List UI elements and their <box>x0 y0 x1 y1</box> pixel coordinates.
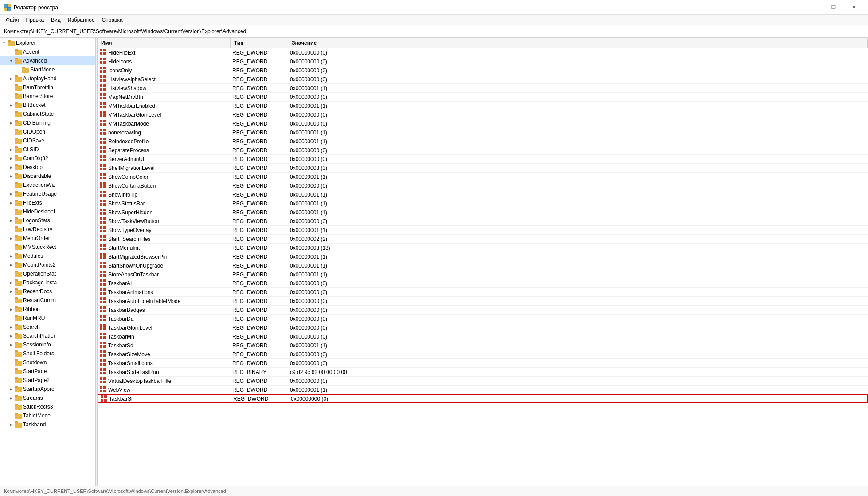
table-row[interactable]: HideFileExtREG_DWORD0x00000000 (0) <box>98 48 868 57</box>
tree-item-cabinetstate[interactable]: CabinetState <box>0 110 95 118</box>
table-row[interactable]: ShowSuperHiddenREG_DWORD0x00000001 (1) <box>98 208 868 217</box>
table-row[interactable]: TaskbarSdREG_DWORD0x00000001 (1) <box>98 341 868 350</box>
tree-item-menuorder[interactable]: ▶MenuOrder <box>0 234 95 243</box>
table-row[interactable]: TaskbarSiREG_DWORD0x00000000 (0) <box>98 394 868 403</box>
col-header-name[interactable]: Имя <box>98 38 231 48</box>
table-row[interactable]: IconsOnlyREG_DWORD0x00000000 (0) <box>98 66 868 75</box>
table-row[interactable]: nonetcrawlingREG_DWORD0x00000001 (1) <box>98 128 868 137</box>
table-row[interactable]: MapNetDrvBtnREG_DWORD0x00000000 (0) <box>98 93 868 102</box>
table-row[interactable]: MMTaskbarModeREG_DWORD0x00000000 (0) <box>98 119 868 128</box>
tree-panel[interactable]: ▼ExplorerAccent▼AdvancedStartMode▶Autopl… <box>0 38 96 486</box>
tree-expander[interactable]: ▶ <box>8 174 15 178</box>
tree-item-recentdocs[interactable]: ▶RecentDocs <box>0 287 95 296</box>
tree-expander[interactable]: ▶ <box>8 387 15 391</box>
tree-expander[interactable]: ▶ <box>8 219 15 223</box>
col-header-value[interactable]: Значение <box>288 38 868 48</box>
table-row[interactable]: TaskbarSizeMoveREG_DWORD0x00000000 (0) <box>98 350 868 359</box>
table-row[interactable]: StartMigratedBrowserPinREG_DWORD0x000000… <box>98 252 868 261</box>
tree-item-featureusage[interactable]: ▶FeatureUsage <box>0 189 95 198</box>
table-row[interactable]: ListviewAlphaSelectREG_DWORD0x00000000 (… <box>98 75 868 84</box>
table-row[interactable]: WebViewREG_DWORD0x00000001 (1) <box>98 386 868 394</box>
tree-item-bannerstore[interactable]: BannerStore <box>0 92 95 101</box>
tree-item-mountpoints2[interactable]: ▶MountPoints2 <box>0 260 95 269</box>
table-row[interactable]: SeparateProcessREG_DWORD0x00000000 (0) <box>98 146 868 155</box>
minimize-button[interactable]: ─ <box>803 0 823 15</box>
tree-item-startupappro[interactable]: ▶StartupAppro <box>0 385 95 394</box>
tree-item-shell-folders[interactable]: Shell Folders <box>0 349 95 358</box>
table-row[interactable]: ShellMigrationLevelREG_DWORD0x00000003 (… <box>98 164 868 173</box>
tree-expander[interactable]: ▼ <box>0 41 8 45</box>
tree-item-cidopen[interactable]: CIDOpen <box>0 127 95 136</box>
table-row[interactable]: ServerAdminUIREG_DWORD0x00000000 (0) <box>98 155 868 164</box>
table-row[interactable]: TaskbarAnimationsREG_DWORD0x00000000 (0) <box>98 288 868 297</box>
tree-item-runmru[interactable]: RunMRU <box>0 314 95 323</box>
tree-item-sessioninfo[interactable]: ▶SessionInfo <box>0 340 95 349</box>
tree-item-bamthrottlin[interactable]: BamThrottlin <box>0 83 95 92</box>
tree-item-clsid[interactable]: ▶CLSID <box>0 145 95 154</box>
menu-favorites[interactable]: Избранное <box>64 16 98 24</box>
tree-item-startmode[interactable]: StartMode <box>0 65 95 74</box>
tree-expander[interactable]: ▶ <box>8 201 15 205</box>
table-row[interactable]: ReindexedProfileREG_DWORD0x00000001 (1) <box>98 137 868 146</box>
table-row[interactable]: TaskbarMnREG_DWORD0x00000000 (0) <box>98 332 868 341</box>
tree-item-stuckrects3[interactable]: StuckRects3 <box>0 402 95 411</box>
table-row[interactable]: HideIconsREG_DWORD0x00000000 (0) <box>98 57 868 66</box>
tree-expander[interactable]: ▶ <box>8 254 15 258</box>
table-row[interactable]: StoreAppsOnTaskbarREG_DWORD0x00000001 (1… <box>98 270 868 279</box>
tree-item-cidsave[interactable]: CIDSave <box>0 136 95 145</box>
table-row[interactable]: ListviewShadowREG_DWORD0x00000001 (1) <box>98 84 868 93</box>
table-row[interactable]: TaskbarSmallIconsREG_DWORD0x00000000 (0) <box>98 359 868 368</box>
tree-item-explorer[interactable]: ▼Explorer <box>0 39 95 47</box>
tree-item-ribbon[interactable]: ▶Ribbon <box>0 305 95 314</box>
maximize-button[interactable]: ❐ <box>823 0 844 15</box>
tree-expander[interactable]: ▶ <box>8 281 15 285</box>
menu-view[interactable]: Вид <box>47 16 64 24</box>
table-row[interactable]: TaskbarAIREG_DWORD0x00000000 (0) <box>98 279 868 288</box>
tree-item-modules[interactable]: ▶Modules <box>0 252 95 260</box>
tree-item-operationstat[interactable]: OperationStat <box>0 269 95 278</box>
col-header-type[interactable]: Тип <box>231 38 288 48</box>
table-row[interactable]: StartMenuInitREG_DWORD0x0000000d (13) <box>98 244 868 252</box>
tree-expander[interactable]: ▶ <box>8 423 15 427</box>
tree-item-shutdown[interactable]: Shutdown <box>0 358 95 367</box>
tree-item-desktop[interactable]: ▶Desktop <box>0 163 95 172</box>
tree-item-accent[interactable]: Accent <box>0 47 95 56</box>
table-row[interactable]: MMTaskbarGlomLevelREG_DWORD0x00000000 (0… <box>98 110 868 119</box>
table-row[interactable]: ShowCortanaButtonREG_DWORD0x00000000 (0) <box>98 181 868 190</box>
table-row[interactable]: TaskbarGlomLevelREG_DWORD0x00000000 (0) <box>98 323 868 332</box>
table-row[interactable]: TaskbarStateLastRunREG_BINARYc9 d2 9c 62… <box>98 368 868 377</box>
tree-item-fileexts[interactable]: ▶FileExts <box>0 198 95 207</box>
tree-expander[interactable]: ▶ <box>8 343 15 347</box>
tree-expander[interactable]: ▶ <box>8 192 15 196</box>
tree-item-tabletmode[interactable]: TabletMode <box>0 411 95 420</box>
tree-expander[interactable]: ▶ <box>8 396 15 400</box>
table-row[interactable]: TaskbarDaREG_DWORD0x00000000 (0) <box>98 315 868 323</box>
tree-item-bitbucket[interactable]: ▶BitBucket <box>0 101 95 110</box>
tree-item-startpage[interactable]: StartPage <box>0 367 95 376</box>
table-row[interactable]: TaskbarBadgesREG_DWORD0x00000000 (0) <box>98 306 868 315</box>
tree-item-taskband[interactable]: ▶Taskband <box>0 420 95 429</box>
tree-item-advanced[interactable]: ▼Advanced <box>0 56 95 65</box>
table-row[interactable]: ShowStatusBarREG_DWORD0x00000001 (1) <box>98 199 868 208</box>
tree-item-autoplayhand[interactable]: ▶AutoplayHand <box>0 74 95 83</box>
tree-expander[interactable]: ▶ <box>8 307 15 311</box>
table-row[interactable]: StartShownOnUpgradeREG_DWORD0x00000001 (… <box>98 261 868 270</box>
tree-item-startpage2[interactable]: StartPage2 <box>0 376 95 385</box>
tree-expander[interactable]: ▶ <box>8 165 15 169</box>
table-row[interactable]: ShowTypeOverlayREG_DWORD0x00000001 (1) <box>98 226 868 235</box>
menu-edit[interactable]: Правка <box>23 16 48 24</box>
table-row[interactable]: ShowCompColorREG_DWORD0x00000001 (1) <box>98 173 868 181</box>
tree-expander[interactable]: ▶ <box>8 325 15 329</box>
tree-expander[interactable]: ▶ <box>8 334 15 338</box>
tree-item-searchplatfor[interactable]: ▶SearchPlatfor <box>0 331 95 340</box>
tree-expander[interactable]: ▶ <box>8 290 15 294</box>
tree-expander[interactable]: ▶ <box>8 148 15 152</box>
table-row[interactable]: VirtualDesktopTaskbarFilterREG_DWORD0x00… <box>98 377 868 386</box>
tree-item-restartcomm[interactable]: RestartComm <box>0 296 95 305</box>
menu-file[interactable]: Файл <box>2 16 23 24</box>
tree-expander[interactable]: ▼ <box>8 59 15 63</box>
tree-expander[interactable]: ▶ <box>8 103 15 107</box>
close-button[interactable]: ✕ <box>844 0 864 15</box>
menu-help[interactable]: Справка <box>98 16 126 24</box>
tree-item-discardable[interactable]: ▶Discardable <box>0 172 95 181</box>
